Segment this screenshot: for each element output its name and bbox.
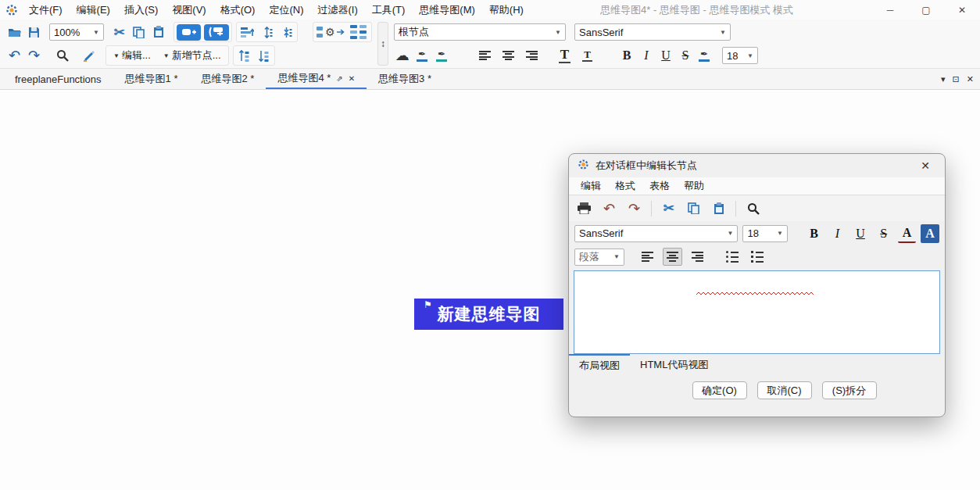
font-family-select[interactable]: SansSerif▼ [574, 23, 731, 41]
app-logo-icon [5, 3, 19, 17]
dialog-font-family-select[interactable]: SansSerif▼ [574, 225, 738, 242]
italic-button[interactable]: I [638, 47, 655, 64]
align-left-icon[interactable] [477, 48, 493, 64]
strikethrough-button[interactable]: S [677, 47, 694, 64]
minimize-icon[interactable]: ─ [872, 0, 908, 20]
undo-icon[interactable]: ↶ [6, 48, 23, 64]
dialog-strikethrough-button[interactable]: S [874, 224, 893, 243]
copy-icon[interactable] [131, 24, 147, 41]
edit-dropdown-button[interactable]: ▼ 编辑... [109, 47, 156, 64]
map-canvas[interactable]: ⚑ 新建思维导图 在对话框中编辑长节点 ✕ 编辑 格式 表格 帮助 ↶ ↷ ✂ [0, 90, 980, 490]
move-node-down-icon[interactable] [256, 48, 272, 64]
print-icon[interactable] [576, 200, 592, 216]
dialog-bold-button[interactable]: B [805, 224, 824, 243]
menu-item-edit[interactable]: 编辑(E) [70, 0, 117, 20]
cut-icon[interactable]: ✂ [660, 200, 677, 216]
tab-map4[interactable]: 思维导图4 * ⇗ ✕ [266, 69, 367, 89]
tab-map2[interactable]: 思维导图2 * [189, 69, 266, 89]
edge-color-icon[interactable]: ✒ [434, 49, 449, 62]
menu-item-view[interactable]: 视图(V) [165, 0, 213, 20]
align-right-icon[interactable] [524, 48, 540, 64]
menu-item-navigate[interactable]: 定位(N) [262, 0, 310, 20]
move-node-up-icon[interactable] [236, 48, 252, 64]
edit-long-node-dialog: 在对话框中编辑长节点 ✕ 编辑 格式 表格 帮助 ↶ ↷ ✂ [568, 153, 946, 417]
dialog-align-center-button[interactable] [663, 248, 682, 266]
undo-icon[interactable]: ↶ [601, 200, 617, 216]
node-text-editor[interactable] [574, 270, 940, 354]
toolbar-separator [735, 201, 736, 216]
node-grid-icon[interactable] [349, 24, 369, 41]
node-color-icon[interactable]: ✒ [414, 49, 430, 62]
menu-item-file[interactable]: 文件(F) [22, 0, 70, 20]
tab-map1[interactable]: 思维导图1 * [113, 69, 190, 89]
bullet-list-icon[interactable] [722, 248, 742, 266]
cut-icon[interactable]: ✂ [111, 24, 127, 41]
font-color-icon[interactable]: ✒ [696, 49, 712, 62]
menu-item-map[interactable]: 思维导图(M) [412, 0, 482, 20]
tab-layout-view[interactable]: 布局视图 [569, 354, 630, 375]
dialog-menu-format[interactable]: 格式 [608, 179, 642, 193]
dialog-font-size-select[interactable]: 18▼ [742, 225, 787, 242]
underline-button[interactable]: U [657, 47, 674, 64]
dialog-italic-button[interactable]: I [828, 224, 847, 243]
decrease-font-size-icon[interactable]: T [579, 48, 596, 64]
paste-icon[interactable] [150, 24, 166, 41]
font-size-select[interactable]: 18▼ [722, 47, 758, 64]
increase-font-size-icon[interactable]: T [556, 48, 573, 64]
cloud-icon[interactable]: ☁ [394, 48, 410, 64]
tab-html-view[interactable]: HTML代码视图 [630, 354, 718, 375]
dialog-align-right-button[interactable] [688, 248, 707, 266]
panel-menu-icon[interactable]: ▾ [941, 74, 946, 84]
close-tab-icon[interactable]: ✕ [349, 74, 355, 83]
bold-button[interactable]: B [618, 47, 635, 64]
detach-tab-icon[interactable]: ⇗ [336, 74, 342, 83]
dialog-menu-edit[interactable]: 编辑 [574, 179, 608, 193]
node-levels-icon[interactable] [239, 24, 256, 41]
dialog-menu-table[interactable]: 表格 [642, 179, 677, 193]
panel-close-icon[interactable]: ✕ [967, 74, 974, 84]
node-style-value: 根节点 [399, 25, 429, 39]
dialog-background-color-button[interactable]: A [921, 224, 939, 243]
search-icon[interactable] [745, 200, 761, 216]
menu-item-help[interactable]: 帮助(H) [482, 0, 531, 20]
menu-item-tools[interactable]: 工具(T) [365, 0, 413, 20]
paragraph-style-select[interactable]: 段落▼ [574, 249, 624, 266]
open-file-icon[interactable] [6, 24, 23, 41]
tab-map3[interactable]: 思维导图3 * [367, 69, 443, 89]
zoom-select[interactable]: 100%▼ [49, 23, 104, 41]
toolbar-splitter-handle[interactable]: ↕ [377, 22, 388, 66]
selected-root-node[interactable]: ⚑ 新建思维导图 [414, 299, 563, 330]
maximize-icon[interactable]: ▢ [908, 0, 944, 20]
split-button[interactable]: (S)拆分 [822, 381, 877, 399]
menu-item-format[interactable]: 格式(O) [213, 0, 263, 20]
menu-item-filter[interactable]: 过滤器(I) [310, 0, 364, 20]
menu-item-insert[interactable]: 插入(S) [117, 0, 165, 20]
dialog-align-left-button[interactable] [638, 248, 657, 266]
close-icon[interactable]: ✕ [944, 0, 980, 20]
dialog-font-color-button[interactable]: A [898, 224, 917, 243]
align-center-icon[interactable] [500, 48, 517, 64]
format-painter-icon[interactable] [80, 48, 97, 64]
tab-freeplanefunctions[interactable]: freeplaneFunctions [3, 69, 113, 89]
paste-icon[interactable] [710, 200, 727, 216]
dialog-menubar: 编辑 格式 表格 帮助 [569, 177, 945, 195]
manage-node-conditional-styles-icon[interactable]: ⚙ [316, 24, 345, 41]
save-icon[interactable] [26, 24, 42, 41]
ok-button[interactable]: 确定(O) [692, 381, 747, 399]
redo-icon[interactable]: ↷ [626, 200, 642, 216]
dialog-underline-button[interactable]: U [851, 224, 870, 243]
increase-vertical-gap-icon[interactable] [259, 24, 275, 41]
new-child-node-button[interactable] [177, 24, 201, 41]
redo-icon[interactable]: ↷ [26, 48, 42, 64]
add-node-dropdown-button[interactable]: ▼ 新增节点... [159, 47, 226, 64]
new-sibling-node-button[interactable] [204, 24, 229, 41]
numbered-list-icon[interactable] [747, 248, 767, 266]
decrease-vertical-gap-icon[interactable] [278, 24, 295, 41]
search-icon[interactable] [54, 48, 70, 64]
panel-float-icon[interactable]: ⊡ [953, 74, 960, 84]
dialog-close-icon[interactable]: ✕ [914, 154, 936, 177]
node-style-select[interactable]: 根节点▼ [394, 23, 566, 41]
dialog-menu-help[interactable]: 帮助 [677, 179, 711, 193]
cancel-button[interactable]: 取消(C) [757, 381, 812, 399]
copy-icon[interactable] [685, 200, 702, 216]
